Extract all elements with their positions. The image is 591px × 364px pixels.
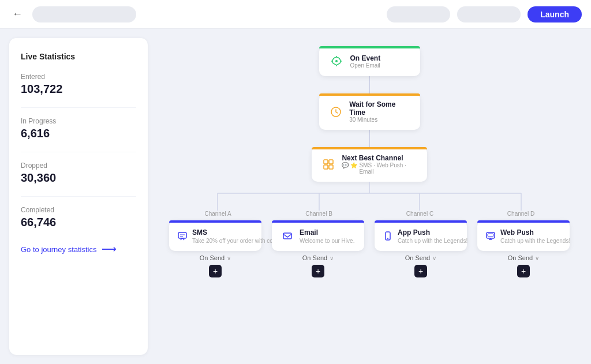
on-event-title: On Event (350, 54, 381, 62)
wait-title: Wait for Some Time (349, 100, 410, 117)
svg-rect-13 (283, 233, 291, 239)
web-push-node-sub: Catch up with the Legends! (500, 238, 570, 244)
svg-point-0 (335, 60, 338, 62)
stat-completed-value: 66,746 (21, 216, 136, 229)
app-push-node-title: App Push (398, 228, 467, 237)
on-send-b-label: On Send (302, 254, 327, 261)
email-node-title: Email (300, 228, 354, 237)
web-push-node-info: Web Push Catch up with the Legends! (500, 227, 570, 244)
email-node-bar (272, 220, 364, 223)
on-event-icon (328, 53, 345, 69)
nbc-top-bar (312, 147, 427, 149)
web-push-node-row: Web Push Catch up with the Legends! (485, 227, 562, 244)
nbc-info: Next Best Channel 💬 ⭐ SMS · Web Push · E… (342, 154, 418, 175)
svg-rect-17 (488, 234, 493, 237)
svg-rect-12 (178, 232, 186, 238)
branch-svg (167, 182, 571, 211)
wait-node[interactable]: Wait for Some Time 30 Minutes (319, 93, 420, 130)
stat-in-progress: In Progress 6,616 (21, 117, 136, 140)
on-send-b[interactable]: On Send ∨ (302, 254, 334, 261)
on-send-d-label: On Send (508, 254, 533, 261)
on-send-a-chevron: ∨ (227, 255, 231, 261)
stat-dropped: Dropped 30,360 (21, 162, 136, 185)
nbc-channel-icons: 💬 ⭐ SMS · Web Push · Email (342, 162, 418, 175)
plus-btn-c[interactable]: + (414, 265, 427, 277)
on-send-d-chevron: ∨ (535, 255, 539, 261)
back-button[interactable]: ← (9, 6, 25, 22)
on-send-d[interactable]: On Send ∨ (508, 254, 539, 261)
branch-col-a: SMS Take 20% off your order with code ..… (169, 220, 261, 277)
topbar: ← Launch (0, 0, 591, 29)
wait-row: Wait for Some Time 30 Minutes (328, 100, 411, 123)
stat-dropped-label: Dropped (21, 162, 136, 170)
web-push-node[interactable]: Web Push Catch up with the Legends! (477, 220, 570, 251)
go-journey-link[interactable]: Go to journey statistics ⟶ (21, 243, 136, 256)
email-channel-icon (280, 228, 295, 243)
on-event-node[interactable]: On Event Open Email (319, 46, 420, 76)
sms-node[interactable]: SMS Take 20% off your order with code ..… (169, 220, 261, 251)
app-push-node-info: App Push Catch up with the Legends! (398, 227, 467, 244)
flow-container: On Event Open Email (165, 40, 574, 277)
web-push-node-title: Web Push (500, 228, 570, 237)
branch-lines-area (167, 182, 571, 211)
on-send-b-chevron: ∨ (330, 255, 334, 261)
app-push-node-row: App Push Catch up with the Legends! (383, 227, 459, 244)
app-push-node[interactable]: App Push Catch up with the Legends! (375, 220, 467, 251)
connector-1 (369, 76, 370, 93)
stat-dropped-value: 30,360 (21, 171, 136, 185)
flow-canvas: On Event Open Email (148, 29, 591, 364)
svg-rect-2 (324, 160, 328, 164)
branch-label-a: Channel A (172, 211, 264, 217)
sms-node-row: SMS Take 20% off your order with code ..… (177, 227, 253, 244)
app-push-channel-icon (383, 228, 393, 243)
sidebar-title: Live Statistics (21, 52, 136, 61)
stat-completed: Completed 66,746 (21, 206, 136, 229)
plus-btn-a[interactable]: + (209, 265, 222, 277)
email-node-info: Email Welcome to our Hive. (300, 227, 354, 244)
on-send-c-chevron: ∨ (432, 255, 436, 261)
main-layout: Live Statistics Entered 103,722 In Progr… (0, 29, 591, 364)
branch-label-b: Channel B (273, 211, 365, 217)
topbar-title-pill (32, 6, 136, 22)
topbar-action-pill-1[interactable] (387, 6, 450, 22)
sms-node-bar (169, 220, 261, 223)
stat-in-progress-label: In Progress (21, 117, 136, 125)
app-push-node-bar (375, 220, 467, 223)
nbc-sub: SMS · Web Push · Email (359, 162, 418, 175)
plus-btn-b[interactable]: + (312, 265, 324, 277)
branch-col-d: Web Push Catch up with the Legends! On S… (477, 220, 570, 277)
sms-icon-small: 💬 (342, 162, 349, 175)
email-node[interactable]: Email Welcome to our Hive. (272, 220, 364, 251)
sidebar: Live Statistics Entered 103,722 In Progr… (9, 38, 148, 355)
wait-top-bar (319, 93, 420, 96)
sms-channel-icon (177, 228, 188, 243)
email-node-row: Email Welcome to our Hive. (280, 227, 356, 244)
on-send-c-label: On Send (405, 254, 430, 261)
svg-rect-4 (324, 165, 328, 169)
nbc-node[interactable]: Next Best Channel 💬 ⭐ SMS · Web Push · E… (312, 147, 427, 182)
go-journey-text: Go to journey statistics (21, 245, 97, 254)
launch-button[interactable]: Launch (528, 6, 582, 22)
stat-in-progress-value: 6,616 (21, 127, 136, 140)
stat-entered-label: Entered (21, 73, 136, 81)
stat-entered-value: 103,722 (21, 82, 136, 96)
on-send-c[interactable]: On Send ∨ (405, 254, 436, 261)
topbar-action-pill-2[interactable] (457, 6, 521, 22)
branch-label-d: Channel D (475, 211, 567, 217)
nbc-title: Next Best Channel (342, 154, 418, 162)
plus-btn-d[interactable]: + (517, 265, 530, 277)
branch-label-c: Channel C (374, 211, 466, 217)
svg-point-15 (387, 238, 388, 239)
wait-sub: 30 Minutes (349, 117, 410, 123)
on-send-a[interactable]: On Send ∨ (200, 254, 231, 261)
nbc-row: Next Best Channel 💬 ⭐ SMS · Web Push · E… (321, 154, 418, 175)
stat-completed-label: Completed (21, 206, 136, 214)
branch-labels: Channel A Channel B Channel C Channel D (167, 211, 571, 217)
on-send-a-label: On Send (200, 254, 225, 261)
go-journey-arrow-icon: ⟶ (102, 243, 115, 256)
branch-col-c: App Push Catch up with the Legends! On S… (375, 220, 467, 277)
web-push-node-bar (477, 220, 570, 223)
connector-2 (369, 130, 370, 147)
wait-info: Wait for Some Time 30 Minutes (349, 100, 410, 123)
web-push-channel-icon (485, 228, 496, 243)
